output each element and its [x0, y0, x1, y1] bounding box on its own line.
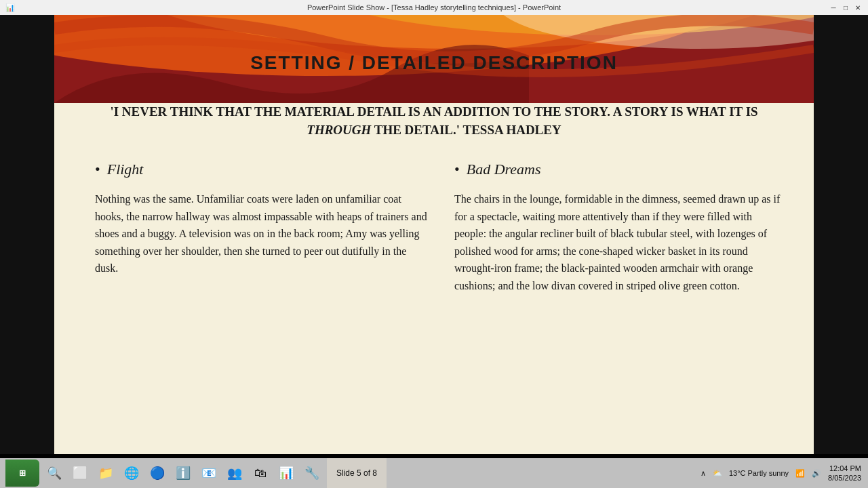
slide-heading: SETTING / DETAILED DESCRIPTION [54, 52, 814, 74]
app-icon: 📊 [5, 3, 15, 12]
sound-icon: 🔊 [812, 469, 821, 478]
clock-date: 8/05/2023 [828, 473, 861, 483]
weather-text: 13°C Partly sunny [729, 469, 789, 477]
titlebar-controls[interactable]: ─ □ ✕ [829, 3, 863, 12]
slide-indicator: Slide 5 of 8 [327, 458, 387, 488]
ms-store-icon[interactable]: 🛍 [250, 462, 271, 484]
powerpoint-icon[interactable]: 📊 [275, 462, 297, 484]
file-explorer-icon[interactable]: 📁 [95, 462, 117, 484]
bad-dreams-title: Bad Dreams [454, 161, 787, 178]
flight-body: Nothing was the same. Unfamiliar coats w… [95, 190, 427, 277]
flight-title: Flight [95, 161, 427, 178]
task-view-icon[interactable]: ⬜ [69, 462, 91, 484]
right-sidebar [814, 15, 868, 454]
taskbar-left: ⊞ 🔍 ⬜ 📁 🌐 🔵 ℹ️ 📧 👥 🛍 📊 🔧 Slide 5 of 8 [0, 458, 387, 488]
outlook-icon[interactable]: 📧 [198, 462, 220, 484]
bad-dreams-body: The chairs in the lounge, formidable in … [454, 190, 787, 295]
quote-italic: THROUGH [307, 123, 371, 137]
titlebar-left: 📊 [5, 3, 15, 12]
close-button[interactable]: ✕ [853, 3, 863, 12]
left-sidebar [0, 15, 54, 454]
titlebar-title: PowerPoint Slide Show - [Tessa Hadley st… [307, 3, 561, 12]
minimize-button[interactable]: ─ [829, 3, 838, 12]
taskbar-right: ∧ ⛅ 13°C Partly sunny 📶 🔊 12:04 PM 8/05/… [701, 464, 868, 483]
teams-icon[interactable]: 👥 [224, 462, 245, 484]
maximize-button[interactable]: □ [841, 3, 850, 12]
edge-icon[interactable]: 🔵 [146, 462, 168, 484]
expand-tray-icon[interactable]: ∧ [701, 469, 706, 478]
network-icon: 📶 [795, 469, 805, 478]
quote-part1: 'I NEVER THINK THAT THE MATERIAL DETAIL … [110, 104, 757, 119]
extra-icon[interactable]: 🔧 [301, 462, 323, 484]
title-bar: 📊 PowerPoint Slide Show - [Tessa Hadley … [0, 0, 868, 15]
slide-quote: 'I NEVER THINK THAT THE MATERIAL DETAIL … [95, 103, 773, 139]
browser-icon[interactable]: 🌐 [121, 462, 142, 484]
quote-part2: THE DETAIL.' TESSA HADLEY [371, 123, 561, 137]
ie-icon[interactable]: ℹ️ [172, 462, 194, 484]
clock-time: 12:04 PM [828, 464, 861, 473]
weather-icon: ⛅ [713, 469, 722, 478]
search-icon[interactable]: 🔍 [43, 462, 65, 484]
column-bad-dreams: Bad Dreams The chairs in the lounge, for… [454, 161, 787, 295]
start-button[interactable]: ⊞ [5, 460, 39, 487]
column-flight: Flight Nothing was the same. Unfamiliar … [95, 161, 427, 295]
system-tray: ∧ ⛅ 13°C Partly sunny 📶 🔊 12:04 PM 8/05/… [701, 464, 861, 483]
slide-columns: Flight Nothing was the same. Unfamiliar … [95, 161, 787, 295]
clock: 12:04 PM 8/05/2023 [828, 464, 861, 483]
slide: SETTING / DETAILED DESCRIPTION 'I NEVER … [54, 15, 814, 454]
taskbar: ⊞ 🔍 ⬜ 📁 🌐 🔵 ℹ️ 📧 👥 🛍 📊 🔧 Slide 5 of 8 ∧ … [0, 458, 868, 488]
